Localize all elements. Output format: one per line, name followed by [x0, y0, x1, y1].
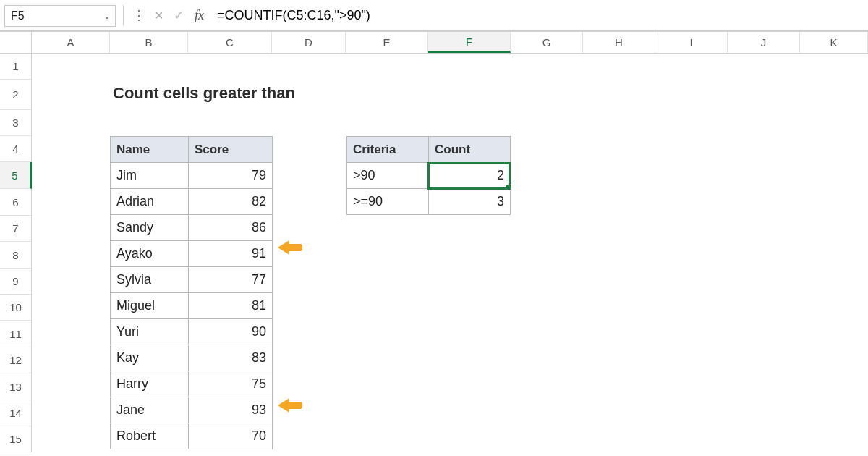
cell-name[interactable]: Adrian	[111, 189, 189, 215]
cancel-icon[interactable]: ✕	[154, 9, 163, 22]
table-row[interactable]: Robert70	[111, 423, 273, 449]
cell-name[interactable]: Ayako	[111, 241, 189, 267]
row-header-6[interactable]: 6	[0, 189, 32, 216]
cell-count[interactable]: 2	[429, 163, 511, 189]
chevron-down-icon[interactable]: ⌄	[103, 11, 111, 21]
row-header-4[interactable]: 4	[0, 136, 32, 162]
arrow-icon	[278, 398, 302, 413]
header-name[interactable]: Name	[111, 137, 189, 163]
row-header-1[interactable]: 1	[0, 54, 32, 80]
table-row[interactable]: >902	[347, 163, 511, 189]
fx-icon[interactable]: fx	[195, 8, 204, 23]
cell-criteria[interactable]: >=90	[347, 189, 429, 215]
row-header-10[interactable]: 10	[0, 295, 32, 321]
cell-name[interactable]: Sandy	[111, 215, 189, 241]
col-header-C[interactable]: C	[188, 32, 272, 53]
row-header-15[interactable]: 15	[0, 426, 32, 452]
row-header-5[interactable]: 5	[0, 162, 32, 189]
cell-name[interactable]: Kay	[111, 345, 189, 371]
header-count[interactable]: Count	[429, 137, 511, 163]
col-header-J[interactable]: J	[728, 32, 800, 53]
cell-score[interactable]: 75	[189, 371, 273, 397]
row-headers: 1 2 3 4 5 6 7 8 9 10 11 12 13 14 15	[0, 54, 32, 452]
enter-icon[interactable]: ✓	[174, 7, 184, 23]
col-header-F[interactable]: F	[428, 32, 511, 53]
cell-name[interactable]: Jane	[111, 397, 189, 423]
table-row[interactable]: Harry75	[111, 371, 273, 397]
row-header-12[interactable]: 12	[0, 347, 32, 373]
formula-bar: F5 ⌄ ⋮ ✕ ✓ fx	[0, 0, 868, 32]
cell-criteria[interactable]: >90	[347, 163, 429, 189]
col-header-E[interactable]: E	[346, 32, 428, 53]
table-row[interactable]: Sandy86	[111, 215, 273, 241]
table-row[interactable]: Yuri90	[111, 319, 273, 345]
header-criteria[interactable]: Criteria	[347, 137, 429, 163]
name-box[interactable]: F5 ⌄	[4, 5, 116, 27]
row-header-13[interactable]: 13	[0, 373, 32, 400]
row-header-3[interactable]: 3	[0, 110, 32, 136]
page-title: Count cells greater than	[113, 84, 295, 103]
table-row[interactable]: Miguel81	[111, 293, 273, 319]
cell-score[interactable]: 93	[189, 397, 273, 423]
table-row[interactable]: Jane93	[111, 397, 273, 423]
cell-score[interactable]: 79	[189, 163, 273, 189]
row-header-7[interactable]: 7	[0, 216, 32, 242]
formula-bar-buttons: ⋮ ✕ ✓ fx	[124, 0, 213, 30]
row-header-2[interactable]: 2	[0, 80, 32, 110]
cell-name[interactable]: Harry	[111, 371, 189, 397]
main-data-table: Name Score Jim79Adrian82Sandy86Ayako91Sy…	[110, 136, 273, 449]
table-row[interactable]: Adrian82	[111, 189, 273, 215]
arrow-icon	[278, 240, 302, 255]
cell-score[interactable]: 77	[189, 267, 273, 293]
cell-name[interactable]: Miguel	[111, 293, 189, 319]
formula-input[interactable]	[213, 0, 868, 30]
col-header-B[interactable]: B	[110, 32, 188, 53]
col-header-K[interactable]: K	[800, 32, 868, 53]
row-header-9[interactable]: 9	[0, 269, 32, 295]
table-header-row: Name Score	[111, 137, 273, 163]
col-header-I[interactable]: I	[655, 32, 728, 53]
table-row[interactable]: >=903	[347, 189, 511, 215]
row-header-11[interactable]: 11	[0, 321, 32, 347]
table-row[interactable]: Ayako91	[111, 241, 273, 267]
row-header-14[interactable]: 14	[0, 400, 32, 426]
cell-score[interactable]: 70	[189, 423, 273, 449]
cell-score[interactable]: 82	[189, 189, 273, 215]
cell-score[interactable]: 83	[189, 345, 273, 371]
table-row[interactable]: Sylvia77	[111, 267, 273, 293]
column-headers: A B C D E F G H I J K	[0, 32, 868, 54]
vertical-dots-icon[interactable]: ⋮	[132, 7, 144, 23]
cell-score[interactable]: 86	[189, 215, 273, 241]
row-header-8[interactable]: 8	[0, 242, 32, 269]
name-box-value: F5	[11, 9, 25, 22]
spreadsheet-grid: A B C D E F G H I J K 1 2 3 4 5 6 7 8 9 …	[0, 32, 868, 456]
table-row[interactable]: Kay83	[111, 345, 273, 371]
cell-name[interactable]: Robert	[111, 423, 189, 449]
table-header-row: Criteria Count	[347, 137, 511, 163]
select-all-corner[interactable]	[0, 32, 32, 53]
cell-score[interactable]: 90	[189, 319, 273, 345]
cell-name[interactable]: Jim	[111, 163, 189, 189]
cell-count[interactable]: 3	[429, 189, 511, 215]
result-table: Criteria Count >902>=903	[346, 136, 511, 215]
cell-score[interactable]: 81	[189, 293, 273, 319]
table-row[interactable]: Jim79	[111, 163, 273, 189]
cell-score[interactable]: 91	[189, 241, 273, 267]
header-score[interactable]: Score	[189, 137, 273, 163]
col-header-H[interactable]: H	[583, 32, 655, 53]
col-header-G[interactable]: G	[511, 32, 583, 53]
cell-name[interactable]: Yuri	[111, 319, 189, 345]
col-header-A[interactable]: A	[32, 32, 110, 53]
col-header-D[interactable]: D	[272, 32, 346, 53]
cell-name[interactable]: Sylvia	[111, 267, 189, 293]
